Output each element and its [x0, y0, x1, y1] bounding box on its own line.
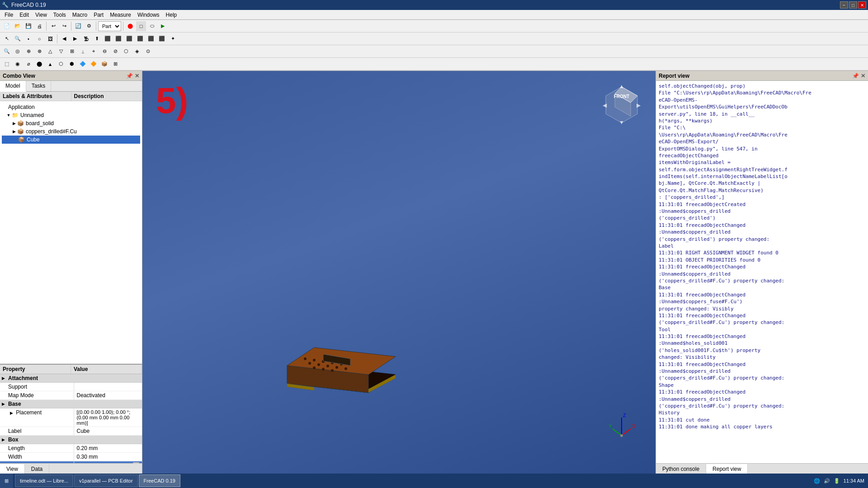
props-section-attachment[interactable]: ▶ Attachment — [0, 374, 142, 383]
view8[interactable]: ⬛ — [135, 34, 145, 44]
snap13[interactable]: ◈ — [132, 47, 142, 56]
tab-tasks[interactable]: Tasks — [26, 81, 52, 91]
props-val-mapmode[interactable]: Deactivated — [74, 391, 142, 399]
menu-file[interactable]: File — [2, 11, 16, 19]
snap1[interactable]: 🔍 — [2, 47, 12, 56]
snap5[interactable]: △ — [45, 47, 55, 56]
report-close-button[interactable]: ✕ — [861, 73, 865, 79]
props-section-box[interactable]: ▶ Box — [0, 436, 142, 444]
shape-round[interactable]: ⬭ — [147, 21, 157, 31]
unnamed-expander[interactable]: ▼ — [5, 113, 12, 117]
props-val-placement[interactable]: [(0.00 0.00 1.00); 0.00 °; (0.00 mm 0.00… — [74, 408, 142, 427]
play-button[interactable]: ▶ — [158, 21, 168, 31]
shape-box[interactable]: □ — [136, 21, 146, 31]
stop-button[interactable]: ⬤ — [125, 21, 135, 31]
tree-unnamed[interactable]: ▼ 📁 Unnamed — [2, 111, 140, 119]
view5[interactable]: ⬛ — [103, 34, 113, 44]
undo-button[interactable]: ↩ — [48, 21, 58, 31]
tab-python-console[interactable]: Python console — [656, 464, 706, 474]
workbench-selector[interactable]: Part — [98, 21, 121, 31]
snap8[interactable]: ⟂ — [78, 47, 88, 56]
snap9[interactable]: ⌖ — [89, 47, 99, 56]
view9[interactable]: ⬛ — [146, 34, 156, 44]
menu-macro[interactable]: Macro — [70, 11, 90, 19]
bottom-tab-view[interactable]: View — [0, 464, 25, 474]
tab-report-view[interactable]: Report view — [706, 464, 748, 474]
snap7[interactable]: ⊞ — [67, 47, 77, 56]
draw-point[interactable]: • — [24, 34, 33, 44]
draw-circle[interactable]: ○ — [34, 34, 44, 44]
snap4[interactable]: ⊗ — [34, 47, 44, 56]
menu-help[interactable]: Help — [163, 11, 180, 19]
menu-measure[interactable]: Measure — [107, 11, 134, 19]
snap11[interactable]: ⊘ — [110, 47, 120, 56]
select-all[interactable]: ✦ — [168, 34, 178, 44]
menu-tools[interactable]: Tools — [51, 11, 69, 19]
open-button[interactable]: 📂 — [13, 21, 23, 31]
menu-edit[interactable]: Edit — [17, 11, 32, 19]
pointer-tool[interactable]: ↖ — [2, 34, 12, 44]
new-button[interactable]: 📄 — [2, 21, 12, 31]
board-solid-expander[interactable]: ▶ — [11, 121, 17, 126]
snap14[interactable]: ⊙ — [143, 47, 153, 56]
panel-pin-button[interactable]: 📌 — [126, 73, 133, 79]
props-section-base[interactable]: ▶ Base — [0, 400, 142, 408]
nav-cube[interactable]: FRONT ▲ ▼ ◀ ▶ — [601, 84, 642, 125]
start-button[interactable]: ⊞ — [0, 474, 13, 488]
prim2[interactable]: ◉ — [13, 59, 23, 69]
snap2[interactable]: ◎ — [13, 47, 23, 56]
taskbar-pcb-editor[interactable]: v1parallel — PCB Editor — [74, 474, 138, 487]
taskbar-timeline[interactable]: timeline.odt — Libre... — [15, 474, 73, 487]
prim10[interactable]: 📦 — [99, 59, 109, 69]
save-button[interactable]: 💾 — [24, 21, 33, 31]
snap10[interactable]: ⊖ — [99, 47, 109, 56]
title-bar-controls[interactable]: − □ ✕ — [840, 1, 866, 9]
props-val-width[interactable]: 0.30 mm — [74, 453, 142, 461]
props-val-length[interactable]: 0.20 mm — [74, 444, 142, 452]
close-button[interactable]: ✕ — [858, 1, 866, 9]
prim6[interactable]: ⬡ — [56, 59, 66, 69]
bottom-tab-data[interactable]: Data — [25, 464, 49, 474]
front-view[interactable]: ▶ — [70, 34, 80, 44]
taskbar-freecad[interactable]: FreeCAD 0.19 — [139, 474, 180, 487]
snap3[interactable]: ⊕ — [24, 47, 33, 56]
macro-button[interactable]: ⚙ — [84, 21, 94, 31]
snap12[interactable]: ⬡ — [121, 47, 131, 56]
tree-cube[interactable]: 📦 Cube — [2, 136, 140, 144]
maximize-button[interactable]: □ — [849, 1, 857, 9]
prim3[interactable]: ⌀ — [24, 59, 33, 69]
minimize-button[interactable]: − — [840, 1, 848, 9]
report-content[interactable]: self.objectChanged(obj, prop) File "C:\U… — [656, 81, 868, 463]
props-val-label[interactable]: Cube — [74, 427, 142, 435]
report-line: 11:31:01 freecadObjectChanged — [659, 291, 865, 298]
menu-view[interactable]: View — [33, 11, 50, 19]
snap-button[interactable]: 🔍 — [13, 34, 23, 44]
view6[interactable]: ⬛ — [113, 34, 123, 44]
tree-board-solid[interactable]: ▶ 📦 board_solid — [2, 119, 140, 127]
report-pin-button[interactable]: 📌 — [852, 73, 859, 79]
view7[interactable]: ⬛ — [124, 34, 134, 44]
print-button[interactable]: 🖨 — [34, 21, 44, 31]
menu-windows[interactable]: Windows — [135, 11, 162, 19]
prim8[interactable]: 🔷 — [78, 59, 88, 69]
prim5[interactable]: ▲ — [45, 59, 55, 69]
menu-part[interactable]: Part — [91, 11, 106, 19]
view10[interactable]: ⬛ — [157, 34, 167, 44]
snap6[interactable]: ▽ — [56, 47, 66, 56]
refresh-button[interactable]: 🔄 — [73, 21, 83, 31]
prim1[interactable]: ⬚ — [2, 59, 12, 69]
back-view[interactable]: ◀ — [59, 34, 69, 44]
prim11[interactable]: ⊞ — [110, 59, 120, 69]
prim9[interactable]: 🔶 — [89, 59, 99, 69]
top-view[interactable]: ⬆ — [92, 34, 102, 44]
tree-coppers-drilled[interactable]: ▶ 📦 coppers_drilled#F.Cu — [2, 127, 140, 136]
panel-close-button[interactable]: ✕ — [135, 73, 139, 79]
prim7[interactable]: ⬢ — [67, 59, 77, 69]
props-val-support[interactable] — [74, 383, 142, 391]
prim4[interactable]: ⬤ — [34, 59, 44, 69]
render-btn[interactable]: 🖼 — [45, 34, 55, 44]
coppers-expander[interactable]: ▶ — [11, 129, 17, 134]
redo-button[interactable]: ↪ — [59, 21, 69, 31]
3d-view[interactable]: 🗜 — [81, 34, 91, 44]
tab-model[interactable]: Model — [0, 81, 26, 92]
